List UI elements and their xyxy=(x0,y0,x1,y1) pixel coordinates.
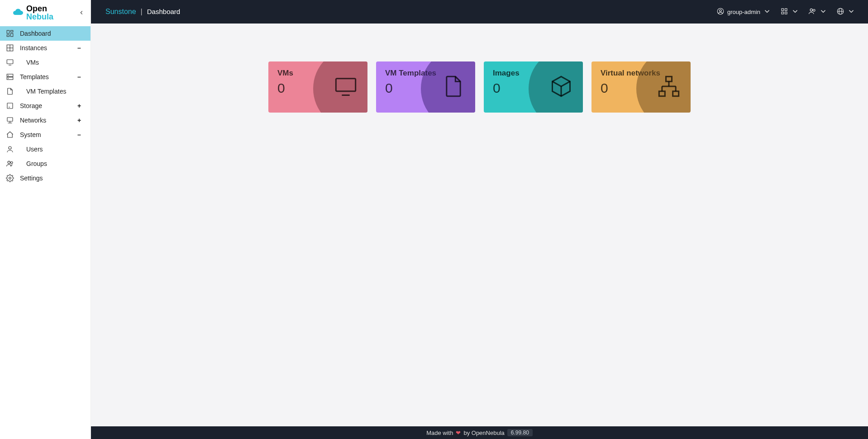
svg-rect-7 xyxy=(7,60,13,64)
svg-rect-26 xyxy=(782,12,784,14)
user-label: group-admin xyxy=(727,9,760,15)
sidebar-item-templates[interactable]: Templates – xyxy=(0,70,91,84)
svg-point-11 xyxy=(8,75,9,76)
server-icon xyxy=(0,73,20,81)
heart-icon: ❤ xyxy=(456,430,461,436)
logo-line1: Open xyxy=(26,4,47,13)
file-icon xyxy=(442,75,465,100)
grid-icon xyxy=(0,44,20,52)
sidebar-item-label: Networks xyxy=(20,117,75,124)
svg-rect-15 xyxy=(7,118,13,121)
svg-rect-36 xyxy=(666,76,672,81)
user-icon xyxy=(0,145,20,153)
sidebar-item-vms[interactable]: VMs xyxy=(0,55,91,70)
sidebar-item-label: Instances xyxy=(20,44,75,52)
card-virtual-networks[interactable]: Virtual networks 0 xyxy=(591,61,691,113)
sidebar-item-label: Storage xyxy=(20,102,75,109)
svg-rect-9 xyxy=(7,74,13,76)
chevron-down-icon xyxy=(819,7,827,17)
sidebar-item-vm-templates[interactable]: VM Templates xyxy=(0,84,91,99)
app-name[interactable]: Sunstone xyxy=(105,8,136,16)
collapse-icon[interactable]: – xyxy=(75,44,83,52)
sidebar-item-label: Templates xyxy=(20,73,75,80)
nav: Dashboard Instances – VMs Templates xyxy=(0,25,91,185)
card-vms[interactable]: VMs 0 xyxy=(268,61,367,113)
svg-rect-38 xyxy=(673,91,679,96)
sidebar-item-system[interactable]: System – xyxy=(0,127,91,142)
main: Sunstone | Dashboard group-admin xyxy=(91,0,868,439)
collapse-icon[interactable]: – xyxy=(75,131,83,138)
sidebar-item-label: Settings xyxy=(20,175,83,182)
svg-rect-3 xyxy=(7,35,9,37)
users-icon xyxy=(808,7,816,17)
content: VMs 0 VM Templates 0 Images xyxy=(91,24,868,426)
monitor-icon xyxy=(0,58,20,66)
footer-made: Made with xyxy=(426,430,453,436)
svg-point-20 xyxy=(11,162,13,164)
svg-point-21 xyxy=(9,177,11,179)
expand-icon[interactable]: + xyxy=(75,117,83,124)
breadcrumb: Sunstone | Dashboard xyxy=(105,8,180,16)
sidebar-item-groups[interactable]: Groups xyxy=(0,156,91,171)
svg-rect-13 xyxy=(7,103,13,109)
svg-point-18 xyxy=(9,146,11,149)
sidebar-item-label: VMs xyxy=(20,59,91,66)
apps-icon xyxy=(780,7,788,17)
monitor-icon xyxy=(334,75,358,100)
gear-icon xyxy=(0,174,20,182)
user-menu[interactable]: group-admin xyxy=(716,7,771,17)
svg-rect-10 xyxy=(7,77,13,80)
svg-rect-2 xyxy=(11,33,13,37)
sidebar-item-label: System xyxy=(20,131,75,138)
logo-text: Open Nebula xyxy=(26,5,53,21)
sidebar-item-label: Dashboard xyxy=(20,30,83,37)
svg-rect-25 xyxy=(785,9,787,11)
footer: Made with ❤ by OpenNebula 6.99.80 xyxy=(91,426,868,439)
sidebar-item-users[interactable]: Users xyxy=(0,142,91,156)
home-icon xyxy=(0,131,20,139)
footer-by: by OpenNebula xyxy=(463,430,504,436)
view-menu[interactable] xyxy=(780,7,799,17)
chevron-down-icon xyxy=(847,7,855,17)
sidebar-item-dashboard[interactable]: Dashboard xyxy=(0,26,91,41)
sidebar: Open Nebula Dashboard Instances – xyxy=(0,0,91,439)
footer-version: 6.99.80 xyxy=(507,429,533,436)
network-icon xyxy=(0,116,20,124)
svg-point-23 xyxy=(720,9,722,12)
svg-point-19 xyxy=(8,161,10,163)
sidebar-collapse-button[interactable] xyxy=(76,7,87,18)
logo-line2: Nebula xyxy=(26,12,53,21)
dashboard-cards: VMs 0 VM Templates 0 Images xyxy=(91,24,868,113)
sidebar-item-label: Users xyxy=(20,146,91,153)
box-icon xyxy=(549,75,573,100)
zone-menu[interactable] xyxy=(836,7,855,17)
svg-rect-1 xyxy=(11,30,13,32)
chevron-down-icon xyxy=(763,7,771,17)
header: Sunstone | Dashboard group-admin xyxy=(91,0,868,24)
breadcrumb-sep: | xyxy=(141,8,143,16)
network-tree-icon xyxy=(657,75,681,100)
expand-icon[interactable]: + xyxy=(75,102,83,109)
svg-rect-37 xyxy=(659,91,665,96)
svg-point-12 xyxy=(8,78,9,79)
user-circle-icon xyxy=(716,7,725,17)
group-menu[interactable] xyxy=(808,7,827,17)
sidebar-item-storage[interactable]: Storage + xyxy=(0,99,91,113)
svg-point-28 xyxy=(810,9,812,11)
sidebar-item-settings[interactable]: Settings xyxy=(0,171,91,185)
sidebar-item-label: VM Templates xyxy=(20,88,91,95)
sidebar-item-label: Groups xyxy=(20,160,91,167)
svg-rect-0 xyxy=(7,30,9,33)
svg-point-29 xyxy=(813,9,816,11)
sidebar-item-instances[interactable]: Instances – xyxy=(0,41,91,55)
users-icon xyxy=(0,160,20,168)
globe-icon xyxy=(836,7,844,17)
collapse-icon[interactable]: – xyxy=(75,73,83,80)
card-vm-templates[interactable]: VM Templates 0 xyxy=(376,61,475,113)
svg-rect-27 xyxy=(785,12,787,14)
dashboard-icon xyxy=(0,29,20,38)
storage-icon xyxy=(0,102,20,110)
svg-rect-33 xyxy=(336,78,355,91)
sidebar-item-networks[interactable]: Networks + xyxy=(0,113,91,127)
card-images[interactable]: Images 0 xyxy=(484,61,583,113)
